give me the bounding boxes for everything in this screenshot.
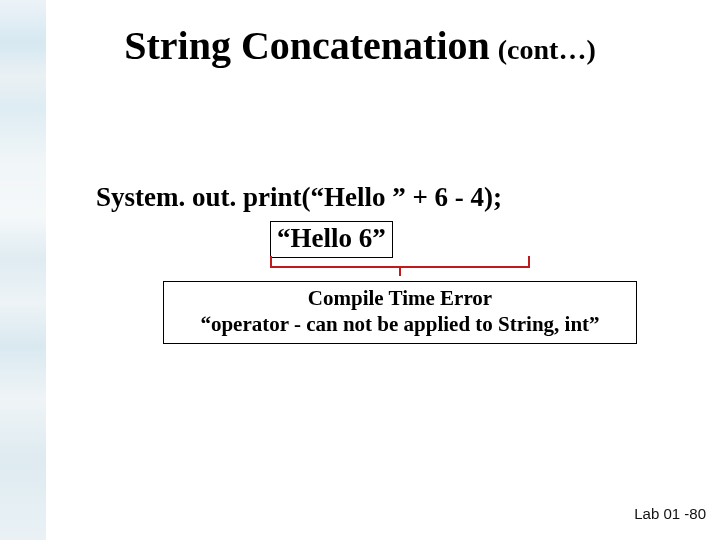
slide-title: String Concatenation (cont…) [0,22,720,69]
slide: String Concatenation (cont…) System. out… [0,0,720,540]
error-message: “operator - can not be applied to String… [170,311,630,337]
error-title: Compile Time Error [170,285,630,311]
slide-number: Lab 01 -80 [634,505,706,522]
code-line: System. out. print(“Hello ” + 6 - 4); [96,182,502,213]
title-main: String Concatenation [124,23,490,68]
grouping-bracket [270,256,530,278]
intermediate-result-text: “Hello 6” [277,223,386,253]
title-sub: (cont…) [498,34,596,65]
intermediate-result-box: “Hello 6” [270,221,393,258]
error-box: Compile Time Error “operator - can not b… [163,281,637,344]
